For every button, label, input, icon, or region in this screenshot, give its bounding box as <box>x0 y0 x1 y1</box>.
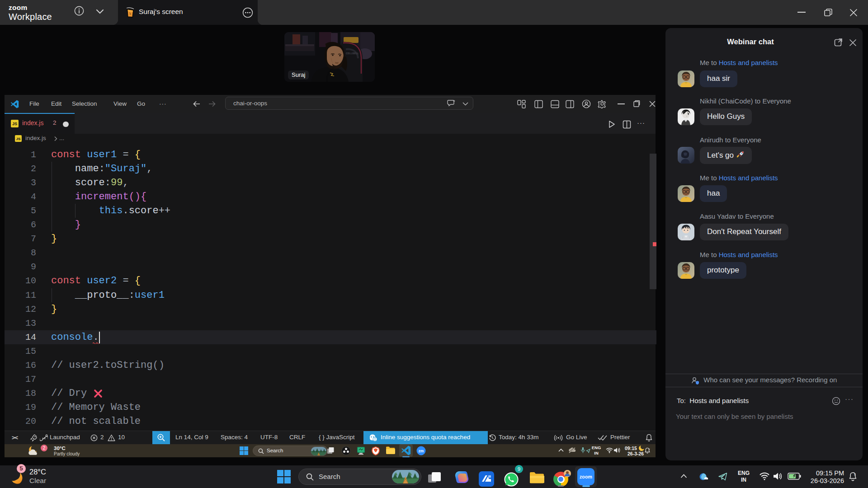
svg-text:z: z <box>649 448 650 450</box>
svg-text:CELLBELL: CELLBELL <box>346 52 359 55</box>
svg-text:zm: zm <box>419 449 424 453</box>
svg-text:z: z <box>854 472 856 476</box>
